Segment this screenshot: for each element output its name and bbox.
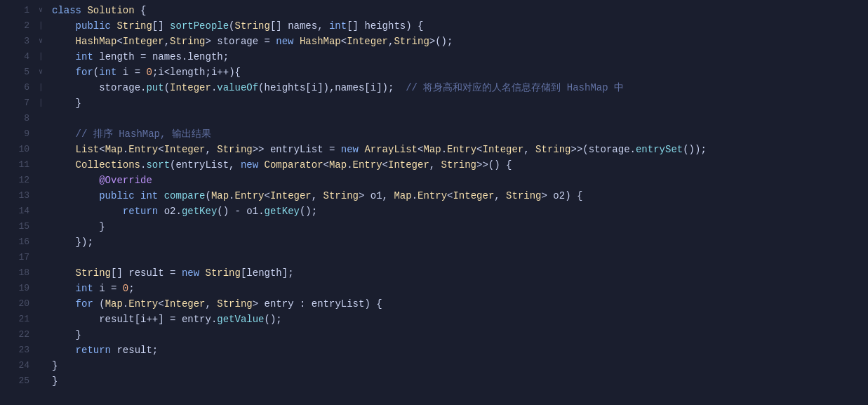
fold-21: │ <box>35 95 46 111</box>
line-num-12: 12 <box>6 173 29 188</box>
line-num-21: 21 <box>6 312 29 327</box>
fold-12: │ <box>35 49 46 65</box>
code-line-17 <box>52 250 868 265</box>
fold-14: │ <box>35 80 46 95</box>
line-num-19: 19 <box>6 281 29 296</box>
line-num-17: 17 <box>6 250 29 265</box>
fold-11[interactable]: ∨ <box>35 34 46 49</box>
line-num-1: 1 <box>6 3 29 18</box>
code-line-18: String[] result = new String[length]; <box>52 265 868 281</box>
code-line-2: public String[] sortPeople(String[] name… <box>52 18 868 34</box>
code-line-22: } <box>52 327 868 343</box>
line-num-15: 15 <box>6 219 29 234</box>
code-line-1: class Solution { <box>52 3 868 18</box>
code-line-12: @Override <box>52 173 868 188</box>
line-num-5: 5 <box>6 65 29 80</box>
code-line-25: } <box>52 373 868 389</box>
code-line-10: List<Map.Entry<Integer, String>> entryLi… <box>52 142 868 157</box>
fold-indicators: ∨ │ ∨ │ ∨ │ │ <box>35 3 46 402</box>
code-line-23: return result; <box>52 343 868 358</box>
line-num-13: 13 <box>6 188 29 204</box>
line-num-18: 18 <box>6 265 29 281</box>
code-line-4: int length = names.length; <box>52 49 868 65</box>
line-num-3: 3 <box>6 34 29 49</box>
code-line-3: HashMap<Integer,String> storage = new Ha… <box>52 34 868 49</box>
fold-13[interactable]: ∨ <box>35 65 46 80</box>
code-line-9: // 排序 HashMap, 输出结果 <box>52 126 868 142</box>
code-editor: 1 2 3 4 5 6 7 8 9 10 11 12 13 14 15 16 1… <box>0 0 868 405</box>
line-num-9: 9 <box>6 126 29 142</box>
line-num-24: 24 <box>6 358 29 373</box>
line-num-23: 23 <box>6 343 29 358</box>
code-line-6: storage.put(Integer.valueOf(heights[i]),… <box>52 80 868 95</box>
code-content: class Solution { public String[] sortPeo… <box>46 3 868 402</box>
code-line-11: Collections.sort(entryList, new Comparat… <box>52 157 868 173</box>
line-num-10: 10 <box>6 142 29 157</box>
line-num-7: 7 <box>6 95 29 111</box>
line-num-8: 8 <box>6 111 29 126</box>
code-line-14: return o2.getKey() - o1.getKey(); <box>52 204 868 219</box>
line-num-22: 22 <box>6 327 29 343</box>
line-num-2: 2 <box>6 18 29 34</box>
code-line-7: } <box>52 95 868 111</box>
line-num-20: 20 <box>6 296 29 312</box>
line-num-11: 11 <box>6 157 29 173</box>
line-num-25: 25 <box>6 373 29 389</box>
code-line-21: result[i++] = entry.getValue(); <box>52 312 868 327</box>
line-num-4: 4 <box>6 49 29 65</box>
code-line-15: } <box>52 219 868 234</box>
code-line-16: }); <box>52 234 868 250</box>
code-line-5: for(int i = 0;i<length;i++){ <box>52 65 868 80</box>
code-line-24: } <box>52 358 868 373</box>
line-numbers: 1 2 3 4 5 6 7 8 9 10 11 12 13 14 15 16 1… <box>0 3 35 402</box>
code-line-13: public int compare(Map.Entry<Integer, St… <box>52 188 868 204</box>
line-num-14: 14 <box>6 204 29 219</box>
code-line-19: int i = 0; <box>52 281 868 296</box>
line-num-16: 16 <box>6 234 29 250</box>
code-line-20: for (Map.Entry<Integer, String> entry : … <box>52 296 868 312</box>
fold-5[interactable]: ∨ <box>35 3 46 18</box>
code-line-8 <box>52 111 868 126</box>
fold-6: │ <box>35 18 46 34</box>
line-num-6: 6 <box>6 80 29 95</box>
